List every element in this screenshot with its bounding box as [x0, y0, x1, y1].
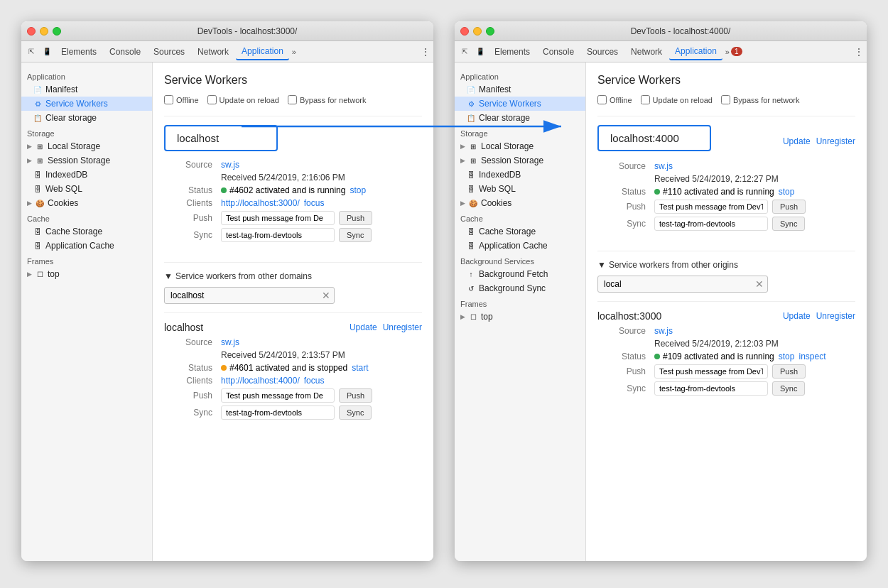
sidebar-item-clearstorage-right[interactable]: 📋 Clear storage: [455, 111, 585, 125]
tab-application-right[interactable]: Application: [669, 43, 722, 60]
sidebar-session-storage-right[interactable]: ▶ ⊞ Session Storage: [455, 153, 585, 168]
sw-source-link-right[interactable]: sw.js: [654, 161, 673, 171]
sw-other-source-link-left[interactable]: sw.js: [221, 337, 239, 347]
sidebar-local-storage-left[interactable]: ▶ ⊞ Local Storage: [21, 139, 152, 153]
sidebar-cache-storage-left[interactable]: 🗄 Cache Storage: [21, 224, 152, 239]
close-button-right[interactable]: [460, 27, 469, 36]
tab-sources-left[interactable]: Sources: [148, 44, 190, 60]
sync-button-right[interactable]: Sync: [772, 217, 805, 231]
sw-stop-link-right[interactable]: stop: [779, 187, 795, 197]
offline-checkbox-right[interactable]: Offline: [597, 95, 632, 104]
sidebar-item-clearstorage-left[interactable]: 📋 Clear storage: [21, 111, 152, 125]
bypass-network-input-left[interactable]: [288, 95, 297, 104]
sidebar-websql-left[interactable]: 🗄 Web SQL: [21, 182, 152, 196]
tab-console-left[interactable]: Console: [104, 44, 146, 60]
other-sync-button-right[interactable]: Sync: [772, 381, 805, 396]
tab-icon-cursor[interactable]: ⇱: [24, 45, 38, 59]
sidebar-item-manifest-left[interactable]: 📄 Manifest: [21, 82, 152, 97]
push-input-left[interactable]: [221, 211, 335, 225]
sw-clients-url-left[interactable]: http://localhost:3000/: [221, 198, 300, 208]
sidebar-item-sw-left[interactable]: ⚙ Service Workers: [21, 97, 152, 111]
sidebar-cache-storage-right[interactable]: 🗄 Cache Storage: [455, 224, 585, 239]
sidebar-indexeddb-left[interactable]: 🗄 IndexedDB: [21, 168, 152, 182]
sw-source-link-left[interactable]: sw.js: [221, 160, 239, 170]
other-sync-input-left[interactable]: [221, 405, 335, 420]
minimize-button-right[interactable]: [473, 27, 482, 36]
sidebar-item-manifest-right[interactable]: 📄 Manifest: [455, 82, 585, 97]
tab-console-right[interactable]: Console: [537, 44, 580, 60]
sw-unregister-link-right[interactable]: Unregister: [816, 136, 855, 146]
sync-button-left[interactable]: Sync: [339, 228, 372, 242]
update-reload-input-right[interactable]: [641, 95, 650, 104]
sync-input-right[interactable]: [654, 217, 768, 231]
sidebar-item-sw-right[interactable]: ⚙ Service Workers: [455, 97, 585, 111]
tab-menu-right[interactable]: ⋮: [854, 46, 864, 58]
sidebar-cookies-right[interactable]: ▶ 🍪 Cookies: [455, 196, 585, 210]
sw-other-unregister-link-right[interactable]: Unregister: [816, 311, 855, 321]
tab-icon-device[interactable]: 📱: [40, 45, 54, 59]
other-push-button-right[interactable]: Push: [772, 364, 806, 379]
filter-clear-right[interactable]: ✕: [755, 278, 764, 290]
sidebar-frames-top-right[interactable]: ▶ ☐ top: [455, 310, 585, 324]
sync-input-left[interactable]: [221, 228, 335, 242]
tab-elements-right[interactable]: Elements: [489, 44, 536, 60]
update-reload-checkbox-left[interactable]: Update on reload: [207, 95, 279, 104]
bypass-network-checkbox-right[interactable]: Bypass for network: [721, 95, 800, 104]
filter-input-left[interactable]: [164, 287, 335, 304]
sidebar-bg-fetch-right[interactable]: ↑ Background Fetch: [455, 267, 585, 281]
sw-unregister-link-left[interactable]: Unregister: [383, 322, 422, 332]
offline-input-right[interactable]: [597, 95, 607, 104]
bypass-network-checkbox-left[interactable]: Bypass for network: [288, 95, 367, 104]
sw-other-status-text-left: #4601 activated and is stopped: [229, 363, 347, 373]
maximize-button-left[interactable]: [53, 27, 61, 36]
sidebar-local-storage-right[interactable]: ▶ ⊞ Local Storage: [455, 139, 585, 153]
sw-other-update-link-right[interactable]: Update: [783, 311, 811, 321]
tab-more-left[interactable]: »: [292, 48, 296, 56]
sw-focus-link-left[interactable]: focus: [304, 198, 325, 208]
minimize-button-left[interactable]: [40, 27, 48, 36]
sidebar-indexeddb-right[interactable]: 🗄 IndexedDB: [455, 168, 585, 182]
other-push-input-right[interactable]: [654, 364, 768, 379]
sidebar-cookies-left[interactable]: ▶ 🍪 Cookies: [21, 196, 152, 210]
tab-menu-left[interactable]: ⋮: [421, 46, 431, 58]
tab-network-right[interactable]: Network: [625, 44, 668, 60]
sidebar-app-cache-left[interactable]: 🗄 Application Cache: [21, 239, 152, 253]
tab-icon-device-right[interactable]: 📱: [473, 45, 487, 59]
bypass-network-input-right[interactable]: [721, 95, 730, 104]
sidebar-session-storage-left[interactable]: ▶ ⊞ Session Storage: [21, 153, 152, 168]
tab-icon-cursor-right[interactable]: ⇱: [457, 45, 472, 59]
sw-other-focus-link-left[interactable]: focus: [304, 376, 325, 386]
tab-more-right[interactable]: »: [725, 48, 730, 56]
sw-start-link-left[interactable]: start: [352, 363, 368, 373]
offline-checkbox-left[interactable]: Offline: [164, 95, 199, 104]
sidebar-bg-sync-right[interactable]: ↺ Background Sync: [455, 281, 585, 295]
sw-stop-link-left[interactable]: stop: [350, 185, 366, 195]
sw-other-source-link-right[interactable]: sw.js: [654, 326, 673, 336]
sw-other-inspect-link-right[interactable]: inspect: [798, 352, 825, 361]
tab-elements-left[interactable]: Elements: [55, 44, 102, 60]
other-push-button-left[interactable]: Push: [339, 388, 372, 403]
sw-update-link-right[interactable]: Update: [783, 136, 811, 146]
push-button-left[interactable]: Push: [339, 211, 372, 225]
push-input-right[interactable]: [654, 200, 768, 214]
tab-network-left[interactable]: Network: [192, 44, 234, 60]
sidebar-websql-right[interactable]: 🗄 Web SQL: [455, 182, 585, 196]
maximize-button-right[interactable]: [486, 27, 494, 36]
close-button-left[interactable]: [27, 27, 36, 36]
filter-input-right[interactable]: [597, 276, 768, 293]
update-reload-checkbox-right[interactable]: Update on reload: [641, 95, 713, 104]
update-reload-input-left[interactable]: [207, 95, 217, 104]
sw-other-clients-url-left[interactable]: http://localhost:4000/: [221, 376, 300, 386]
sw-other-stop-link-right[interactable]: stop: [779, 352, 795, 361]
other-sync-input-right[interactable]: [654, 381, 768, 396]
offline-input-left[interactable]: [164, 95, 173, 104]
other-sync-button-left[interactable]: Sync: [339, 405, 372, 420]
sidebar-frames-top-left[interactable]: ▶ ☐ top: [21, 267, 152, 281]
other-push-input-left[interactable]: [221, 388, 335, 403]
push-button-right[interactable]: Push: [772, 200, 806, 214]
sw-update-link-left[interactable]: Update: [350, 322, 377, 332]
tab-application-left[interactable]: Application: [236, 43, 289, 60]
filter-clear-left[interactable]: ✕: [322, 290, 330, 301]
tab-sources-right[interactable]: Sources: [581, 44, 624, 60]
sidebar-app-cache-right[interactable]: 🗄 Application Cache: [455, 239, 585, 253]
